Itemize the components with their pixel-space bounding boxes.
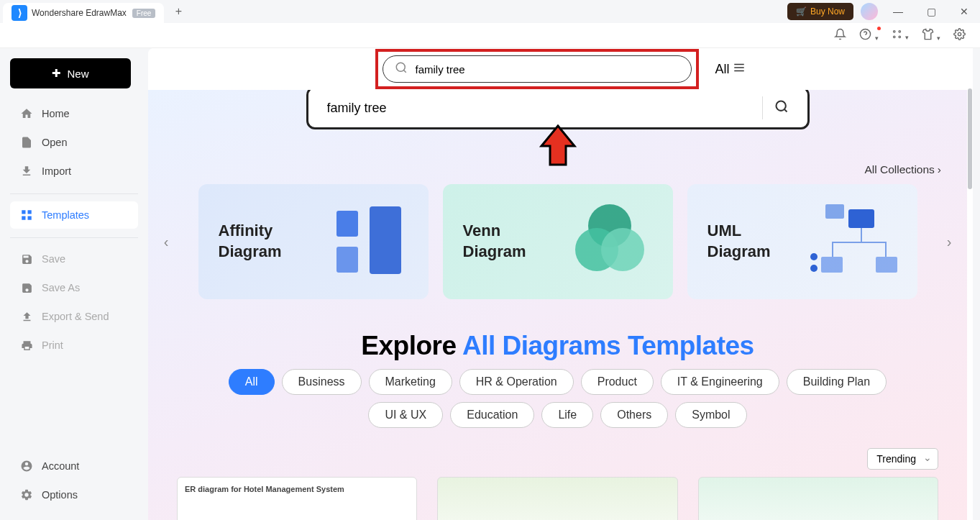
explore-heading: Explore All Diagrams Templates xyxy=(148,331,967,361)
hero-search[interactable] xyxy=(306,90,810,129)
template-card-affinity[interactable]: AffinityDiagram xyxy=(198,184,429,299)
titlebar: ⟩ Wondershare EdrawMax Free + 🛒 Buy Now … xyxy=(0,0,980,23)
chevron-right-icon: › xyxy=(938,163,941,176)
help-icon[interactable]: ▾ xyxy=(859,28,878,42)
carousel: ‹ AffinityDiagram VennDiagram xyxy=(148,180,967,304)
bell-icon[interactable] xyxy=(834,28,846,42)
template-card-uml[interactable]: UMLDiagram xyxy=(687,184,917,299)
searchbar-wrap: All xyxy=(148,48,973,90)
free-badge: Free xyxy=(132,9,156,18)
svg-rect-26 xyxy=(876,257,897,273)
save-as-icon xyxy=(20,281,33,294)
all-collections-link[interactable]: All Collections › xyxy=(864,163,941,176)
cart-icon: 🛒 xyxy=(796,6,807,17)
svg-rect-8 xyxy=(28,210,32,214)
card-title-1: UML xyxy=(707,222,742,240)
sidebar-item-save-as[interactable]: Save As xyxy=(10,274,138,301)
card-title-2: Diagram xyxy=(219,242,282,260)
template-thumb[interactable] xyxy=(698,477,938,520)
carousel-next-button[interactable]: › xyxy=(931,234,967,250)
sidebar-item-save[interactable]: Save xyxy=(10,245,138,273)
svg-rect-19 xyxy=(336,247,358,273)
new-label: New xyxy=(67,68,88,80)
close-button[interactable]: ✕ xyxy=(951,6,977,17)
toolbar: ▾ ▾ ▾ xyxy=(0,23,980,48)
sidebar-item-home[interactable]: Home xyxy=(10,100,138,127)
uml-graphic-icon xyxy=(804,201,897,283)
trending-dropdown[interactable]: Trending xyxy=(867,448,938,470)
svg-point-11 xyxy=(397,63,406,71)
category-it[interactable]: IT & Engineering xyxy=(661,369,779,395)
app-tab[interactable]: ⟩ Wondershare EdrawMax Free xyxy=(3,3,164,23)
search-icon[interactable] xyxy=(774,99,789,117)
category-business[interactable]: Business xyxy=(282,369,362,395)
app-name: Wondershare EdrawMax xyxy=(32,8,127,18)
category-education[interactable]: Education xyxy=(450,402,534,428)
search-icon xyxy=(395,61,408,77)
avatar[interactable] xyxy=(861,3,878,20)
svg-point-28 xyxy=(810,253,818,260)
explore-highlight: All Diagrams Templates xyxy=(462,331,754,360)
svg-rect-24 xyxy=(825,204,844,219)
category-marketing[interactable]: Marketing xyxy=(369,369,452,395)
sidebar-item-open[interactable]: Open xyxy=(10,129,138,156)
shirt-icon[interactable]: ▾ xyxy=(922,28,940,42)
search-input[interactable] xyxy=(415,63,679,76)
svg-rect-20 xyxy=(370,206,401,274)
sidebar-item-label: Open xyxy=(42,137,67,148)
file-icon xyxy=(20,136,33,149)
svg-line-17 xyxy=(784,109,787,112)
grid-icon[interactable]: ▾ xyxy=(892,29,909,42)
buy-now-button[interactable]: 🛒 Buy Now xyxy=(787,3,853,20)
menu-icon xyxy=(733,61,746,78)
maximize-button[interactable]: ▢ xyxy=(918,6,944,17)
svg-point-16 xyxy=(776,101,785,111)
category-row: All Business Marketing HR & Operation Pr… xyxy=(148,369,967,428)
scrollbar-thumb[interactable] xyxy=(968,88,972,189)
category-life[interactable]: Life xyxy=(541,402,593,428)
sidebar-item-account[interactable]: Account xyxy=(10,452,138,480)
svg-rect-27 xyxy=(821,257,843,273)
new-button[interactable]: ✚ New xyxy=(10,58,131,88)
sidebar-item-export[interactable]: Export & Send xyxy=(10,303,138,330)
svg-rect-10 xyxy=(28,216,32,220)
sidebar-item-options[interactable]: Options xyxy=(10,481,138,508)
template-thumb-row: ER diagram for Hotel Management System xyxy=(177,477,938,520)
options-icon xyxy=(20,488,33,501)
arrow-annotation xyxy=(539,124,577,170)
category-all[interactable]: All xyxy=(229,369,275,395)
app-logo-icon: ⟩ xyxy=(12,5,27,21)
sidebar-item-label: Templates xyxy=(42,209,89,221)
svg-point-5 xyxy=(899,36,901,38)
search-filter-all[interactable]: All xyxy=(715,61,745,78)
sidebar-item-templates[interactable]: Templates xyxy=(10,201,138,229)
content-area: All Collections › ‹ AffinityDiagram Venn… xyxy=(148,90,967,520)
svg-rect-25 xyxy=(848,209,874,228)
sidebar-item-import[interactable]: Import xyxy=(10,158,138,185)
template-thumb[interactable]: ER diagram for Hotel Management System xyxy=(177,477,417,520)
category-hr[interactable]: HR & Operation xyxy=(459,369,574,395)
svg-point-2 xyxy=(893,31,895,33)
hero-search-input[interactable] xyxy=(327,101,751,116)
affinity-graphic-icon xyxy=(329,201,408,283)
search-pill[interactable] xyxy=(383,55,692,83)
svg-rect-9 xyxy=(22,216,25,220)
category-building[interactable]: Building Plan xyxy=(787,369,887,395)
category-symbol[interactable]: Symbol xyxy=(675,402,746,428)
template-card-venn[interactable]: VennDiagram xyxy=(443,184,673,299)
category-others[interactable]: Others xyxy=(600,402,668,428)
sidebar-item-print[interactable]: Print xyxy=(10,332,138,359)
search-highlight-annotation xyxy=(375,49,699,89)
category-uiux[interactable]: UI & UX xyxy=(368,402,443,428)
minimize-button[interactable]: — xyxy=(885,6,911,17)
svg-rect-7 xyxy=(22,210,25,214)
sidebar-item-label: Save As xyxy=(42,282,80,293)
sidebar-item-label: Import xyxy=(42,165,71,177)
sidebar-item-label: Save xyxy=(42,253,65,265)
template-thumb[interactable] xyxy=(437,477,677,520)
sidebar-item-label: Export & Send xyxy=(42,311,109,322)
carousel-prev-button[interactable]: ‹ xyxy=(148,234,184,250)
gear-icon[interactable] xyxy=(953,28,966,42)
new-tab-button[interactable]: + xyxy=(168,5,188,18)
category-product[interactable]: Product xyxy=(581,369,654,395)
